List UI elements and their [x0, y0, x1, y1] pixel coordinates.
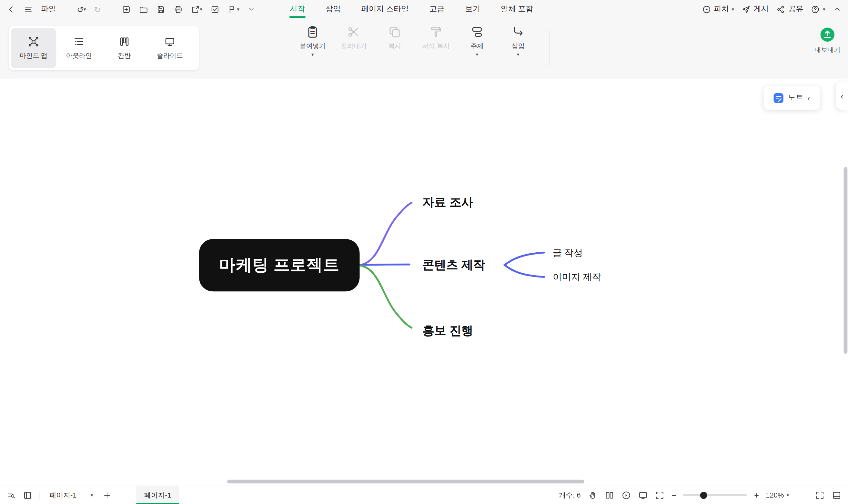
export-document-button[interactable]: ▾ [191, 4, 202, 14]
paste-label: 붙여넣기 [300, 42, 326, 51]
view-mode-slide[interactable]: 슬라이드 [147, 28, 193, 68]
back-button[interactable] [6, 4, 16, 14]
canvas[interactable]: 마케팅 프로젝트 자료 조사 콘텐츠 제작 홍보 진행 글 작성 이미지 제작 … [0, 78, 848, 486]
mindmap-icon [28, 36, 39, 48]
caret-down-icon: ▾ [476, 54, 478, 56]
tab-advanced[interactable]: 고급 [430, 0, 445, 18]
screen-frame-button[interactable] [638, 490, 648, 500]
note-label: 노트 [788, 93, 803, 103]
paste-button[interactable]: 붙여넣기 ▾ [299, 25, 327, 56]
tab-view-label: 보기 [465, 4, 480, 14]
flag-button[interactable]: ▾ [228, 4, 239, 14]
menubar-right: 피치 ▾ 게시 공유 ▾ [702, 4, 842, 14]
pitch-label: 피치 [714, 4, 729, 14]
publish-button[interactable]: 게시 [742, 4, 769, 14]
view-mode-kanban[interactable]: 칸반 [102, 28, 147, 68]
clipboard-icon [306, 25, 320, 39]
ribbon: 마인드 맵 아웃라인 칸반 슬라이드 붙여넣기 [0, 18, 848, 78]
tab-insert[interactable]: 삽입 [326, 0, 341, 18]
question-circle-icon [811, 4, 820, 14]
save-button[interactable] [156, 4, 165, 14]
flag-icon [228, 4, 237, 14]
page-list-search-icon [6, 490, 16, 500]
tab-page-style-label: 페이지 스타일 [361, 4, 409, 14]
note-button[interactable]: 노트 ‹ [764, 86, 820, 110]
branch-line-content-children [505, 253, 544, 277]
view-mode-outline[interactable]: 아웃라인 [56, 28, 102, 68]
bottom-panel-button[interactable] [832, 490, 842, 500]
topic-button[interactable]: 주제 ▾ [463, 25, 491, 56]
zoom-level-dropdown[interactable]: 120% ▾ [766, 491, 789, 499]
note-icon [774, 93, 784, 103]
undo-button[interactable]: ↺ ▾ [77, 5, 86, 13]
caret-down-icon: ▾ [91, 492, 93, 498]
format-paint-label: 서식 복사 [422, 42, 450, 51]
topic-research[interactable]: 자료 조사 [422, 195, 473, 210]
print-button[interactable] [173, 4, 182, 14]
redo-button[interactable]: ↻ [94, 5, 101, 13]
topic-label: 주제 [470, 42, 483, 51]
zoom-in-button[interactable]: + [754, 491, 759, 499]
copy-button[interactable]: 복사 [381, 25, 409, 51]
topic-content[interactable]: 콘텐츠 제작 [422, 258, 485, 272]
caret-down-icon: ▾ [84, 7, 86, 12]
save-icon [156, 4, 165, 14]
topic-promotion[interactable]: 홍보 진행 [422, 324, 473, 338]
menubar: 파일 ↺ ▾ ↻ [0, 0, 848, 18]
present-button[interactable] [621, 490, 631, 500]
view-mode-kanban-label: 칸반 [118, 51, 131, 60]
tab-start[interactable]: 시작 [290, 0, 305, 18]
open-button[interactable] [139, 4, 148, 14]
zoom-out-button[interactable]: − [671, 491, 676, 499]
pan-tool-button[interactable] [588, 490, 597, 500]
format-brush-icon [429, 25, 443, 39]
ribbon-tabs: 시작 삽입 페이지 스타일 고급 보기 일체 포함 [290, 0, 533, 18]
share-button[interactable]: 공유 [776, 4, 804, 14]
right-panel-toggle[interactable]: ‹ [836, 82, 848, 110]
minus-icon: − [671, 491, 676, 499]
chevron-down-icon [248, 5, 255, 13]
zoom-slider[interactable] [683, 494, 747, 496]
tab-insert-label: 삽입 [326, 4, 341, 14]
zoom-level-value: 120% [766, 491, 784, 499]
menubar-left: 파일 ↺ ▾ ↻ [6, 4, 255, 14]
pitch-button[interactable]: 피치 ▾ [702, 4, 734, 14]
export-button[interactable]: 내보내기 [814, 27, 840, 55]
main-menu-button[interactable] [24, 4, 33, 14]
branch-line-content [360, 265, 410, 265]
printer-icon [173, 4, 182, 14]
fullscreen-button[interactable] [815, 490, 825, 500]
cut-button[interactable]: 잘라내기 [340, 25, 368, 51]
caret-down-icon: ▾ [732, 7, 735, 12]
toolbar-options-button[interactable] [248, 5, 255, 13]
new-document-button[interactable] [122, 4, 131, 14]
subtopic-writing[interactable]: 글 작성 [553, 247, 583, 258]
add-page-button[interactable] [103, 491, 112, 500]
page-list-button[interactable] [6, 490, 16, 500]
task-check-button[interactable] [210, 4, 219, 14]
play-circle-icon [702, 4, 711, 14]
monitor-icon [638, 490, 648, 500]
format-paint-button[interactable]: 서식 복사 [422, 25, 450, 51]
view-mode-slide-label: 슬라이드 [157, 51, 183, 60]
tab-view[interactable]: 보기 [465, 0, 480, 18]
statusbar-right: 개수: 6 − + [559, 490, 842, 500]
mindmap-root-node[interactable]: 마케팅 프로젝트 [199, 239, 360, 292]
zoom-slider-knob[interactable] [700, 492, 707, 499]
page-columns-button[interactable] [605, 490, 614, 500]
help-button[interactable]: ▾ [811, 4, 825, 14]
file-menu[interactable]: 파일 [41, 4, 56, 14]
vertical-scrollbar[interactable] [844, 167, 848, 354]
insert-button[interactable]: 삽입 ▾ [504, 25, 532, 56]
horizontal-scrollbar[interactable] [227, 480, 584, 484]
export-icon [820, 27, 835, 42]
collapse-ribbon-button[interactable] [833, 5, 842, 14]
fit-selection-button[interactable] [655, 490, 664, 500]
tab-all-in-one[interactable]: 일체 포함 [501, 0, 533, 18]
tab-page-style[interactable]: 페이지 스타일 [361, 0, 409, 18]
page-select-dropdown[interactable]: 페이지-1 ▾ [46, 490, 96, 500]
view-mode-mindmap[interactable]: 마인드 맵 [11, 28, 56, 68]
page-tab-active[interactable]: 페이지-1 [137, 486, 179, 504]
subtopic-image[interactable]: 이미지 제작 [553, 271, 601, 283]
single-page-view-button[interactable] [23, 490, 32, 500]
